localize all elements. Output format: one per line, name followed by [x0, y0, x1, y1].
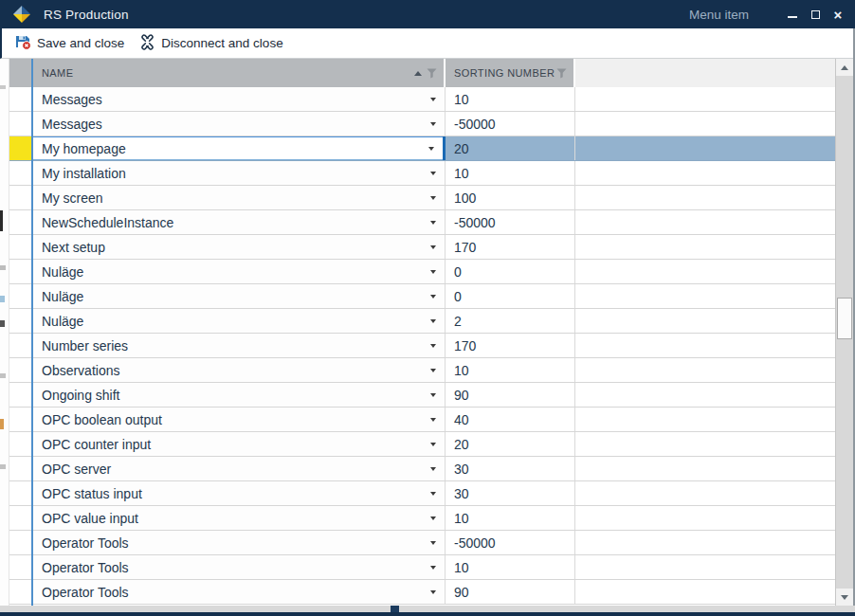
save-and-close-button[interactable]: Save and close [7, 30, 132, 56]
row-selector-cell[interactable] [9, 210, 31, 234]
row-selector-cell[interactable] [9, 383, 31, 407]
sorting-number-cell[interactable]: 0 [446, 284, 575, 308]
table-row[interactable]: Operator Tools 90 [9, 580, 835, 605]
name-cell[interactable]: My installation [31, 161, 446, 185]
table-row[interactable]: Ongoing shift 90 [9, 383, 835, 408]
sorting-number-cell[interactable]: 20 [446, 136, 575, 160]
row-selector-cell[interactable] [9, 481, 31, 505]
dropdown-arrow-icon[interactable] [430, 492, 436, 496]
sorting-number-cell[interactable]: 100 [446, 186, 575, 209]
table-row[interactable]: OPC status input 30 [9, 481, 835, 506]
table-row[interactable]: OPC value input 10 [9, 506, 835, 531]
sorting-number-cell[interactable]: 0 [446, 260, 575, 283]
name-cell[interactable]: Messages [31, 87, 446, 111]
name-cell[interactable]: OPC boolean output [31, 408, 446, 431]
menu-item[interactable]: Menu item [680, 8, 781, 22]
name-cell[interactable]: OPC status input [31, 481, 446, 505]
dropdown-arrow-icon[interactable] [430, 443, 436, 446]
table-row[interactable]: Observations 10 [9, 358, 835, 383]
table-row[interactable]: OPC counter input 20 [9, 432, 835, 457]
name-cell[interactable]: OPC server [31, 457, 446, 480]
name-cell[interactable]: My homepage [31, 136, 446, 160]
sorting-number-cell[interactable]: 2 [446, 309, 575, 333]
dropdown-arrow-icon[interactable] [430, 467, 436, 471]
dropdown-arrow-icon[interactable] [430, 393, 436, 397]
sorting-number-cell[interactable]: 10 [446, 161, 575, 185]
table-row[interactable]: My screen 100 [9, 186, 835, 210]
sorting-number-cell[interactable]: 90 [446, 580, 575, 604]
name-cell[interactable]: Observations [31, 358, 446, 382]
table-row[interactable]: Messages -50000 [9, 112, 835, 136]
sorting-number-cell[interactable]: 10 [446, 358, 575, 382]
row-selector-cell[interactable] [9, 136, 31, 160]
row-selector-cell[interactable] [9, 358, 31, 382]
name-cell[interactable]: OPC value input [31, 506, 446, 530]
sorting-number-cell[interactable]: 10 [446, 506, 575, 530]
sorting-number-cell[interactable]: -50000 [446, 112, 575, 136]
close-button[interactable]: × [827, 0, 849, 28]
sorting-number-cell[interactable]: -50000 [446, 531, 575, 554]
table-row[interactable]: Operator Tools -50000 [9, 531, 835, 555]
table-row[interactable]: My installation 10 [9, 161, 835, 186]
row-selector-cell[interactable] [9, 408, 31, 431]
row-selector-cell[interactable] [9, 531, 31, 554]
table-row[interactable]: OPC boolean output 40 [9, 408, 835, 432]
sorting-number-cell[interactable]: -50000 [446, 210, 575, 234]
disconnect-and-close-button[interactable]: Disconnect and close [132, 31, 290, 56]
sorting-number-cell[interactable]: 40 [446, 408, 575, 431]
row-selector-cell[interactable] [9, 432, 31, 456]
dropdown-arrow-icon[interactable] [430, 245, 436, 249]
row-selector-cell[interactable] [9, 457, 31, 480]
name-cell[interactable]: Nuläge [31, 309, 446, 333]
dropdown-arrow-icon[interactable] [430, 566, 436, 570]
table-row[interactable]: Nuläge 0 [9, 260, 835, 284]
sorting-number-cell[interactable]: 10 [446, 555, 575, 579]
row-selector-cell[interactable] [9, 555, 31, 579]
name-cell[interactable]: Next setup [31, 235, 446, 259]
vertical-scrollbar[interactable] [835, 59, 853, 606]
sorting-number-cell[interactable]: 30 [446, 457, 575, 480]
dropdown-arrow-icon[interactable] [430, 172, 436, 175]
name-cell[interactable]: Nuläge [31, 284, 446, 308]
row-selector-cell[interactable] [9, 161, 31, 185]
row-selector-cell[interactable] [9, 235, 31, 259]
dropdown-arrow-icon[interactable] [430, 516, 436, 520]
sorting-number-cell[interactable]: 20 [446, 432, 575, 456]
table-row[interactable]: OPC server 30 [9, 457, 835, 481]
table-row[interactable]: NewScheduleInstance -50000 [9, 210, 835, 235]
name-cell[interactable]: Operator Tools [31, 531, 446, 554]
scroll-up-button[interactable] [836, 59, 853, 76]
minimize-button[interactable] [781, 0, 804, 28]
row-selector-cell[interactable] [9, 87, 31, 111]
name-cell[interactable]: Operator Tools [31, 555, 446, 579]
dropdown-arrow-icon[interactable] [430, 319, 436, 323]
name-cell[interactable]: Nuläge [31, 260, 446, 283]
sorting-number-cell[interactable]: 90 [446, 383, 575, 407]
row-selector-cell[interactable] [9, 112, 31, 136]
row-selector-cell[interactable] [9, 284, 31, 308]
dropdown-arrow-icon[interactable] [430, 122, 436, 126]
name-cell[interactable]: Operator Tools [31, 580, 446, 604]
row-selector-cell[interactable] [9, 309, 31, 333]
scrollbar-thumb[interactable] [837, 298, 852, 339]
column-header-name[interactable]: NAME [31, 59, 446, 87]
dropdown-arrow-icon[interactable] [428, 147, 434, 151]
dropdown-arrow-icon[interactable] [430, 270, 436, 274]
table-row[interactable]: Nuläge 0 [9, 284, 835, 309]
dropdown-arrow-icon[interactable] [430, 196, 436, 200]
name-cell[interactable]: NewScheduleInstance [31, 210, 446, 234]
table-row[interactable]: My homepage 20 [9, 136, 835, 161]
filter-funnel-icon[interactable] [556, 68, 567, 79]
dropdown-arrow-icon[interactable] [430, 369, 436, 372]
sorting-number-cell[interactable]: 170 [446, 235, 575, 259]
filter-funnel-icon[interactable] [427, 68, 437, 79]
table-row[interactable]: Nuläge 2 [9, 309, 835, 334]
row-selector-cell[interactable] [9, 186, 31, 209]
column-header-sorting-number[interactable]: SORTING NUMBER [446, 59, 575, 87]
table-row[interactable]: Next setup 170 [9, 235, 835, 260]
sorting-number-cell[interactable]: 170 [446, 334, 575, 357]
row-selector-cell[interactable] [9, 260, 31, 283]
row-selector-cell[interactable] [9, 334, 31, 357]
dropdown-arrow-icon[interactable] [430, 295, 436, 299]
name-cell[interactable]: Messages [31, 112, 446, 136]
